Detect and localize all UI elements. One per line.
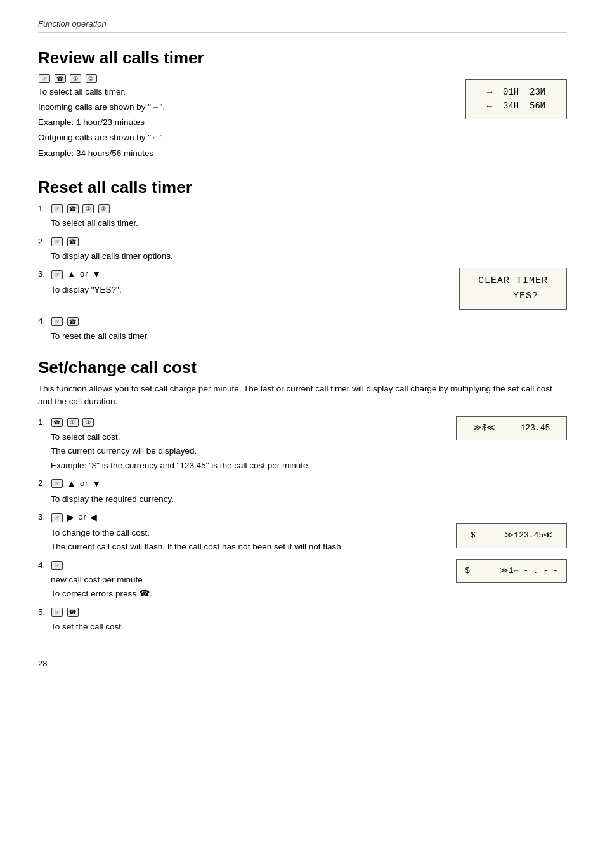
func-icon: ☞ (51, 479, 63, 488)
cc-step4-text-block: ☞ new call cost per minute To correct er… (51, 559, 450, 601)
func-icon: ☞ (51, 204, 63, 213)
cc-step1-text: To select call cost. (51, 431, 450, 444)
reset-steps-list: 1. ☞ ☎ ① ② To select all calls timer. 2.… (38, 202, 567, 343)
step3-text-block: ☞ ▲ or ▼ To display "YES?". (51, 268, 453, 296)
callcost-step-2: 2. ☞ ▲ or ▼ To display the required curr… (38, 477, 567, 506)
callcost-steps-list: 1. ☎ ① ③ To select call cost. The curren… (38, 416, 567, 634)
step3-content: ☞ ▲ or ▼ To display "YES?". CLEAR TIMER … (51, 268, 567, 310)
func-icon: ☞ (51, 237, 63, 246)
right-icon: ▶ (67, 511, 75, 524)
func-icon: ☞ (51, 608, 63, 617)
callcost-title: Set/change call cost (38, 358, 567, 378)
cc-step4-text: new call cost per minute (51, 574, 450, 586)
cc-step1-sub2: Example: "$" is the currency and "123.45… (51, 459, 450, 472)
callcost-section: Set/change call cost This function allow… (38, 358, 567, 633)
cc-step4-row: ☞ new call cost per minute To correct er… (51, 559, 567, 601)
cc-step4-sub1: To correct errors press ☎. (51, 588, 450, 600)
or-text: or (80, 269, 91, 279)
down-icon: ▼ (92, 268, 101, 281)
func-icon: ☞ (39, 74, 50, 83)
callcost-step-1: 1. ☎ ① ③ To select call cost. The curren… (38, 416, 567, 472)
reset-step-3: 3. ☞ ▲ or ▼ To display "YES?". CLEAR TIM… (38, 268, 567, 310)
callcost-step-5: 5. ☞ ☎ To set the call cost. (38, 606, 567, 634)
header-text: Function operation (38, 19, 107, 29)
step1-icons: ☞ ☎ ① ② (51, 202, 567, 215)
reset-display: CLEAR TIMER YES? (459, 268, 567, 310)
step3-num: 3. (38, 268, 51, 280)
cc-step1-sub1: The current currency will be displayed. (51, 445, 450, 457)
step2-content: ☞ ☎ To display all calls timer options. (51, 235, 567, 263)
callcost-step-3: 3. ☞ ▶ or ◀ To change to the call cost. … (38, 511, 567, 554)
cc-step5-icons: ☞ ☎ (51, 606, 567, 619)
func-icon: ☞ (51, 561, 63, 570)
cc-step2-num: 2. (38, 477, 51, 490)
step3-text: To display "YES?". (51, 285, 122, 294)
two-icon: ② (98, 204, 110, 213)
review-icons: ☞ ☎ ① ② (38, 73, 453, 83)
cc-step3-content: ☞ ▶ or ◀ To change to the call cost. The… (51, 511, 567, 554)
three-icon: ③ (82, 418, 94, 427)
one-icon: ① (67, 418, 79, 427)
left-icon: ◀ (90, 511, 98, 524)
review-line4: Example: 34 hours/56 minutes (38, 147, 453, 160)
callcost-step-4: 4. ☞ new call cost per minute To correct… (38, 559, 567, 601)
reset-step-1: 1. ☞ ☎ ① ② To select all calls timer. (38, 202, 567, 230)
one-icon: ① (82, 204, 94, 213)
cc-step1-content: ☎ ① ③ To select call cost. The current c… (51, 416, 567, 472)
or-text3: or (78, 512, 89, 522)
one-icon: ① (70, 74, 81, 83)
page-number: 28 (38, 659, 567, 668)
cc-step1-icons: ☎ ① ③ (51, 416, 450, 429)
phone-icon: ☎ (55, 74, 66, 83)
two-icon: ② (86, 74, 97, 83)
review-display: → 01H 23M ← 34H 56M (465, 79, 567, 119)
func-icon: ☞ (51, 513, 63, 522)
review-title: Review all calls timer (38, 48, 567, 68)
step4-icons: ☞ ☎ (51, 315, 567, 327)
cc-step3-row: ☞ ▶ or ◀ To change to the call cost. The… (51, 511, 567, 554)
reset-section: Reset all calls timer 1. ☞ ☎ ① ② To sele… (38, 178, 567, 343)
reset-step-4: 4. ☞ ☎ To reset the all calls timer. (38, 315, 567, 343)
cc-display-4: $ ≫1← - . - - (456, 559, 567, 584)
review-section: Review all calls timer ☞ ☎ ① ② To select… (38, 48, 567, 162)
cc-display-3: $ ≫123.45≪ (456, 523, 567, 548)
step4-content: ☞ ☎ To reset the all calls timer. (51, 315, 567, 343)
step4-num: 4. (38, 315, 51, 327)
phone-icon: ☎ (51, 418, 63, 427)
phone-icon: ☎ (67, 237, 79, 246)
review-text-col: ☞ ☎ ① ② To select all calls timer. Incom… (38, 73, 465, 162)
review-line3: Outgoing calls are shown by "←". (38, 131, 453, 144)
cc-step3-sub1: The current call cost will flash. If the… (51, 541, 450, 553)
up-icon: ▲ (67, 268, 77, 281)
step3-icons: ☞ ▲ or ▼ (51, 268, 453, 281)
step2-num: 2. (38, 235, 51, 248)
or-text2: or (80, 478, 91, 488)
callcost-intro: This function allows you to set call cha… (38, 383, 567, 409)
phone-icon: ☎ (67, 608, 79, 617)
cc-step3-icons: ☞ ▶ or ◀ (51, 511, 450, 524)
cc-step1-text-block: ☎ ① ③ To select call cost. The current c… (51, 416, 450, 472)
cc-step5-num: 5. (38, 606, 51, 619)
reset-step-2: 2. ☞ ☎ To display all calls timer option… (38, 235, 567, 263)
review-line2: Example: 1 hour/23 minutes (38, 116, 453, 129)
review-intro-row: ☞ ☎ ① ② To select all calls timer. Incom… (38, 73, 567, 162)
func-icon: ☞ (51, 317, 63, 326)
step1-num: 1. (38, 202, 51, 215)
step4-text: To reset the all calls timer. (51, 331, 149, 341)
reset-title: Reset all calls timer (38, 178, 567, 197)
step1-text: To select all calls timer. (51, 218, 138, 228)
cc-step1-row: ☎ ① ③ To select call cost. The current c… (51, 416, 567, 472)
step3-row: ☞ ▲ or ▼ To display "YES?". CLEAR TIMER … (51, 268, 567, 310)
phone-icon: ☎ (67, 204, 79, 213)
down-icon: ▼ (92, 477, 101, 490)
cc-step2-content: ☞ ▲ or ▼ To display the required currenc… (51, 477, 567, 506)
step2-icons: ☞ ☎ (51, 235, 567, 248)
page-header: Function operation (38, 19, 567, 33)
step2-text: To display all calls timer options. (51, 251, 173, 261)
cc-step4-content: ☞ new call cost per minute To correct er… (51, 559, 567, 601)
cc-step3-num: 3. (38, 511, 51, 523)
review-intro: To select all calls timer. (38, 86, 453, 98)
step1-content: ☞ ☎ ① ② To select all calls timer. (51, 202, 567, 230)
cc-step4-icons: ☞ (51, 559, 450, 572)
review-line1: Incoming calls are shown by "→". (38, 101, 453, 114)
